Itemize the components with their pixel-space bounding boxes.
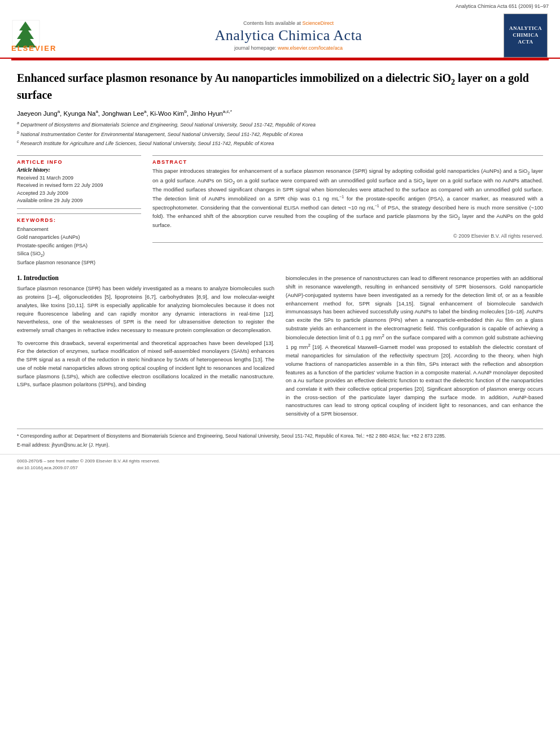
- page: Analytica Chimica Acta 651 (2009) 91–97 …: [0, 0, 560, 747]
- journal-logo-box: ANALYTICA CHIMICA ACTA: [504, 14, 548, 58]
- abstract-text: This paper introduces strategies for enh…: [152, 167, 543, 230]
- keyword-5: Surface plasmon resonance (SPR): [17, 259, 141, 267]
- issn-line: 0003-2670/$ – see front matter © 2009 El…: [17, 458, 160, 465]
- bottom-bar: 0003-2670/$ – see front matter © 2009 El…: [0, 454, 560, 474]
- sciencedirect-link[interactable]: ScienceDirect: [303, 20, 334, 26]
- left-column: ARTICLE INFO Article history: Received 3…: [17, 155, 141, 267]
- homepage-url[interactable]: www.elsevier.com/locate/aca: [278, 45, 343, 51]
- article-info-heading: ARTICLE INFO: [17, 159, 141, 165]
- citation-text: Analytica Chimica Acta 651 (2009) 91–97: [456, 3, 549, 9]
- bottom-left: 0003-2670/$ – see front matter © 2009 El…: [17, 458, 160, 471]
- article-title-main: Enhanced surface plasmon resonance by Au…: [17, 72, 451, 84]
- journal-header: ELSEVIER Contents lists available at Sci…: [0, 10, 560, 59]
- journal-logo-right: ANALYTICA CHIMICA ACTA: [504, 14, 549, 58]
- right-paragraph-1: biomolecules in the presence of nanostru…: [286, 274, 543, 418]
- article-title: Enhanced surface plasmon resonance by Au…: [17, 71, 543, 102]
- affiliation-b: b National Instrumentation Center for En…: [17, 130, 543, 138]
- footnote-email: E-mail address: jhyun@snu.ac.kr (J. Hyun…: [17, 442, 543, 449]
- citation-bar: Analytica Chimica Acta 651 (2009) 91–97: [0, 0, 560, 10]
- authors-line: Jaeyeon Junga, Kyunga Naa, Jonghwan Leea…: [17, 109, 543, 117]
- keywords-heading: Keywords:: [17, 217, 141, 223]
- article-title-section: Enhanced surface plasmon resonance by Au…: [0, 60, 560, 147]
- affiliation-c: c Research Institute for Agriculture and…: [17, 139, 543, 147]
- sciencedirect-line: Contents lists available at ScienceDirec…: [79, 20, 498, 26]
- body-left: 1. Introduction Surface plasmon resonanc…: [17, 274, 274, 423]
- article-info-abstract-section: ARTICLE INFO Article history: Received 3…: [0, 155, 560, 267]
- homepage-label: journal homepage:: [234, 45, 277, 51]
- journal-homepage: journal homepage: www.elsevier.com/locat…: [79, 45, 498, 51]
- intro-paragraph-2: To overcome this drawback, several exper…: [17, 339, 274, 389]
- elsevier-label: ELSEVIER: [11, 44, 56, 53]
- received-date: Received 31 March 2009: [17, 174, 141, 182]
- elsevier-logo: ELSEVIER: [11, 19, 73, 53]
- abstract-heading: ABSTRACT: [152, 159, 543, 165]
- article-history-heading: Article history:: [17, 167, 141, 173]
- intro-paragraph-1: Surface plasmon resonance (SPR) has been…: [17, 285, 274, 334]
- journal-center: Contents lists available at ScienceDirec…: [79, 20, 498, 51]
- received-revised-date: Received in revised form 22 July 2009: [17, 182, 141, 190]
- available-date: Available online 29 July 2009: [17, 197, 141, 205]
- keywords-box: Keywords: Enhancement Gold nanoparticles…: [17, 213, 141, 267]
- body-section: 1. Introduction Surface plasmon resonanc…: [0, 267, 560, 429]
- footnote-star: * Corresponding author at: Department of…: [17, 433, 543, 440]
- footnote-section: * Corresponding author at: Department of…: [17, 429, 543, 449]
- keyword-3: Prostate-specific antigen (PSA): [17, 242, 141, 250]
- doi-line: doi:10.1016/j.aca.2009.07.057: [17, 465, 160, 471]
- copyright-line: © 2009 Elsevier B.V. All rights reserved…: [152, 233, 543, 239]
- journal-logo-text: ANALYTICA CHIMICA ACTA: [509, 25, 542, 45]
- intro-section-title: 1. Introduction: [17, 274, 274, 281]
- keyword-1: Enhancement: [17, 225, 141, 233]
- affiliation-a: a Department of Biosystems and Biomateri…: [17, 120, 543, 129]
- accepted-date: Accepted 23 July 2009: [17, 190, 141, 198]
- keyword-2: Gold nanoparticles (AuNPs): [17, 233, 141, 241]
- body-right: biomolecules in the presence of nanostru…: [286, 274, 543, 423]
- right-column: ABSTRACT This paper introduces strategie…: [152, 155, 543, 267]
- abstract-box: ABSTRACT This paper introduces strategie…: [152, 155, 543, 243]
- author-1: Jaeyeon Junga, Kyunga Naa, Jonghwan Leea…: [17, 110, 232, 117]
- sciencedirect-prefix: Contents lists available at: [243, 20, 301, 26]
- elsevier-logo-area: ELSEVIER: [11, 19, 73, 53]
- intro-section-label: Introduction: [24, 274, 59, 281]
- intro-section-num: 1.: [17, 274, 22, 281]
- article-info-box: ARTICLE INFO Article history: Received 3…: [17, 155, 141, 209]
- journal-title: Analytica Chimica Acta: [79, 27, 498, 44]
- keyword-4: Silica (SiO2): [17, 250, 141, 259]
